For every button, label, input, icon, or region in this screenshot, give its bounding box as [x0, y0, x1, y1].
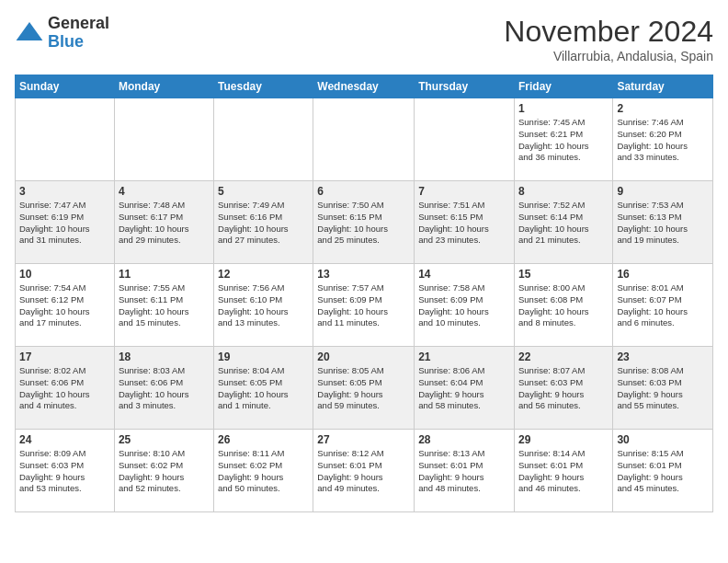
day-number: 29 — [518, 433, 609, 446]
day-number: 21 — [418, 350, 510, 363]
calendar-cell: 16Sunrise: 8:01 AM Sunset: 6:07 PM Dayli… — [613, 264, 713, 347]
day-info: Sunrise: 7:56 AM Sunset: 6:10 PM Dayligh… — [218, 282, 309, 329]
calendar-cell: 8Sunrise: 7:52 AM Sunset: 6:14 PM Daylig… — [514, 181, 612, 264]
day-number: 2 — [617, 102, 709, 115]
day-number: 24 — [19, 433, 110, 446]
column-header-friday: Friday — [514, 75, 612, 98]
day-info: Sunrise: 7:46 AM Sunset: 6:20 PM Dayligh… — [617, 117, 709, 164]
day-number: 11 — [119, 268, 210, 281]
day-info: Sunrise: 8:07 AM Sunset: 6:03 PM Dayligh… — [518, 365, 609, 412]
day-number: 20 — [317, 350, 410, 363]
calendar-cell: 10Sunrise: 7:54 AM Sunset: 6:12 PM Dayli… — [16, 264, 115, 347]
title-section: November 2024 Villarrubia, Andalusia, Sp… — [504, 15, 713, 63]
day-info: Sunrise: 8:14 AM Sunset: 6:01 PM Dayligh… — [518, 448, 609, 495]
day-number: 3 — [19, 185, 110, 198]
day-info: Sunrise: 8:11 AM Sunset: 6:02 PM Dayligh… — [218, 448, 309, 495]
day-number: 9 — [617, 185, 709, 198]
day-info: Sunrise: 7:48 AM Sunset: 6:17 PM Dayligh… — [119, 200, 210, 247]
day-number: 12 — [218, 268, 309, 281]
page-header: General Blue November 2024 Villarrubia, … — [15, 15, 713, 63]
calendar-cell: 14Sunrise: 7:58 AM Sunset: 6:09 PM Dayli… — [415, 264, 515, 347]
day-info: Sunrise: 8:05 AM Sunset: 6:05 PM Dayligh… — [317, 365, 410, 412]
day-info: Sunrise: 8:02 AM Sunset: 6:06 PM Dayligh… — [19, 365, 110, 412]
day-info: Sunrise: 8:15 AM Sunset: 6:01 PM Dayligh… — [617, 448, 709, 495]
day-info: Sunrise: 7:51 AM Sunset: 6:15 PM Dayligh… — [418, 200, 510, 247]
calendar-cell: 28Sunrise: 8:13 AM Sunset: 6:01 PM Dayli… — [415, 430, 515, 512]
calendar-cell: 2Sunrise: 7:46 AM Sunset: 6:20 PM Daylig… — [613, 98, 713, 181]
day-info: Sunrise: 8:09 AM Sunset: 6:03 PM Dayligh… — [19, 448, 110, 495]
calendar-week-row: 24Sunrise: 8:09 AM Sunset: 6:03 PM Dayli… — [16, 430, 713, 512]
day-number: 27 — [317, 433, 410, 446]
column-header-thursday: Thursday — [415, 75, 515, 98]
month-title: November 2024 — [504, 15, 713, 49]
day-info: Sunrise: 8:03 AM Sunset: 6:06 PM Dayligh… — [119, 365, 210, 412]
day-info: Sunrise: 8:06 AM Sunset: 6:04 PM Dayligh… — [418, 365, 510, 412]
calendar-cell: 26Sunrise: 8:11 AM Sunset: 6:02 PM Dayli… — [214, 430, 313, 512]
day-info: Sunrise: 7:49 AM Sunset: 6:16 PM Dayligh… — [218, 200, 309, 247]
calendar-cell: 27Sunrise: 8:12 AM Sunset: 6:01 PM Dayli… — [313, 430, 415, 512]
day-info: Sunrise: 7:50 AM Sunset: 6:15 PM Dayligh… — [317, 200, 410, 247]
calendar-cell: 20Sunrise: 8:05 AM Sunset: 6:05 PM Dayli… — [313, 347, 415, 430]
day-info: Sunrise: 8:08 AM Sunset: 6:03 PM Dayligh… — [617, 365, 709, 412]
day-number: 5 — [218, 185, 309, 198]
column-header-wednesday: Wednesday — [313, 75, 415, 98]
day-info: Sunrise: 7:54 AM Sunset: 6:12 PM Dayligh… — [19, 282, 110, 329]
day-info: Sunrise: 7:55 AM Sunset: 6:11 PM Dayligh… — [119, 282, 210, 329]
logo-general: General — [48, 15, 109, 33]
day-number: 13 — [317, 268, 410, 281]
day-number: 15 — [518, 268, 609, 281]
calendar-cell: 4Sunrise: 7:48 AM Sunset: 6:17 PM Daylig… — [114, 181, 213, 264]
day-info: Sunrise: 8:12 AM Sunset: 6:01 PM Dayligh… — [317, 448, 410, 495]
day-info: Sunrise: 8:13 AM Sunset: 6:01 PM Dayligh… — [418, 448, 510, 495]
day-info: Sunrise: 7:52 AM Sunset: 6:14 PM Dayligh… — [518, 200, 609, 247]
day-number: 6 — [317, 185, 410, 198]
day-number: 4 — [119, 185, 210, 198]
calendar-cell: 22Sunrise: 8:07 AM Sunset: 6:03 PM Dayli… — [514, 347, 612, 430]
calendar-cell: 30Sunrise: 8:15 AM Sunset: 6:01 PM Dayli… — [613, 430, 713, 512]
calendar-week-row: 10Sunrise: 7:54 AM Sunset: 6:12 PM Dayli… — [16, 264, 713, 347]
day-info: Sunrise: 7:57 AM Sunset: 6:09 PM Dayligh… — [317, 282, 410, 329]
day-number: 19 — [218, 350, 309, 363]
calendar-cell: 21Sunrise: 8:06 AM Sunset: 6:04 PM Dayli… — [415, 347, 515, 430]
calendar-cell — [214, 98, 313, 181]
calendar-cell: 5Sunrise: 7:49 AM Sunset: 6:16 PM Daylig… — [214, 181, 313, 264]
calendar-cell: 19Sunrise: 8:04 AM Sunset: 6:05 PM Dayli… — [214, 347, 313, 430]
day-number: 1 — [518, 102, 609, 115]
day-info: Sunrise: 8:04 AM Sunset: 6:05 PM Dayligh… — [218, 365, 309, 412]
column-header-saturday: Saturday — [613, 75, 713, 98]
calendar-cell: 11Sunrise: 7:55 AM Sunset: 6:11 PM Dayli… — [114, 264, 213, 347]
day-number: 18 — [119, 350, 210, 363]
logo: General Blue — [15, 15, 109, 52]
column-header-sunday: Sunday — [16, 75, 115, 98]
calendar-cell: 29Sunrise: 8:14 AM Sunset: 6:01 PM Dayli… — [514, 430, 612, 512]
day-info: Sunrise: 7:53 AM Sunset: 6:13 PM Dayligh… — [617, 200, 709, 247]
day-number: 23 — [617, 350, 709, 363]
calendar-cell: 9Sunrise: 7:53 AM Sunset: 6:13 PM Daylig… — [613, 181, 713, 264]
day-number: 26 — [218, 433, 309, 446]
day-number: 7 — [418, 185, 510, 198]
day-info: Sunrise: 8:00 AM Sunset: 6:08 PM Dayligh… — [518, 282, 609, 329]
day-number: 30 — [617, 433, 709, 446]
column-header-monday: Monday — [114, 75, 213, 98]
logo-blue: Blue — [48, 33, 109, 52]
logo-icon — [15, 18, 44, 48]
calendar-cell — [415, 98, 515, 181]
calendar-cell: 18Sunrise: 8:03 AM Sunset: 6:06 PM Dayli… — [114, 347, 213, 430]
day-number: 22 — [518, 350, 609, 363]
day-info: Sunrise: 7:45 AM Sunset: 6:21 PM Dayligh… — [518, 117, 609, 164]
day-number: 25 — [119, 433, 210, 446]
calendar-cell: 12Sunrise: 7:56 AM Sunset: 6:10 PM Dayli… — [214, 264, 313, 347]
location-subtitle: Villarrubia, Andalusia, Spain — [504, 49, 713, 63]
calendar-cell: 15Sunrise: 8:00 AM Sunset: 6:08 PM Dayli… — [514, 264, 612, 347]
calendar-cell: 3Sunrise: 7:47 AM Sunset: 6:19 PM Daylig… — [16, 181, 115, 264]
calendar-header-row: SundayMondayTuesdayWednesdayThursdayFrid… — [16, 75, 713, 98]
calendar-cell: 17Sunrise: 8:02 AM Sunset: 6:06 PM Dayli… — [16, 347, 115, 430]
calendar-cell: 25Sunrise: 8:10 AM Sunset: 6:02 PM Dayli… — [114, 430, 213, 512]
calendar-cell — [313, 98, 415, 181]
logo-text: General Blue — [48, 15, 109, 52]
calendar-cell: 24Sunrise: 8:09 AM Sunset: 6:03 PM Dayli… — [16, 430, 115, 512]
day-info: Sunrise: 7:58 AM Sunset: 6:09 PM Dayligh… — [418, 282, 510, 329]
day-number: 16 — [617, 268, 709, 281]
calendar-week-row: 17Sunrise: 8:02 AM Sunset: 6:06 PM Dayli… — [16, 347, 713, 430]
calendar-cell — [114, 98, 213, 181]
